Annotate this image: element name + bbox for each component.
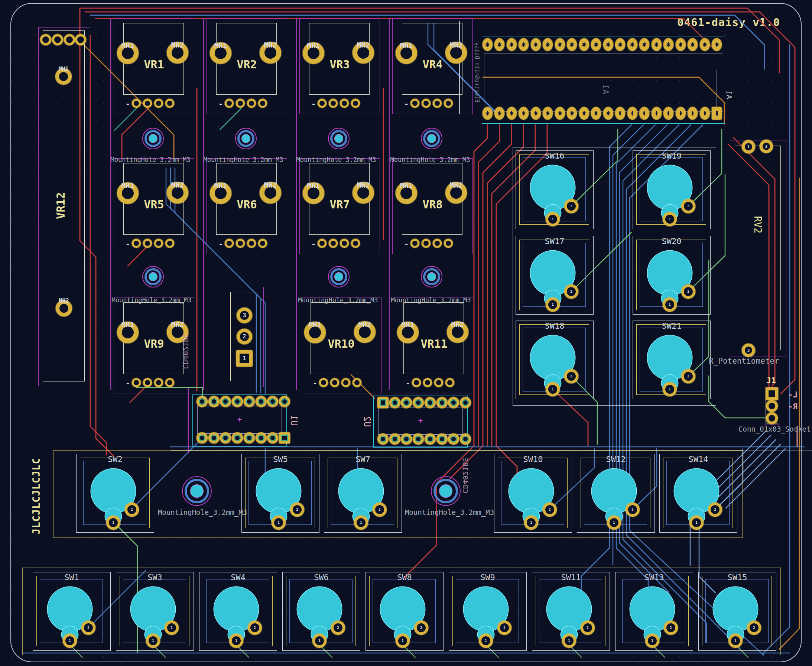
mounting-hole[interactable] — [421, 128, 442, 149]
pin-pad[interactable] — [165, 239, 174, 248]
footprint-vr4[interactable]: MH1MH2VR4- — [392, 18, 473, 114]
a1-pin-bottom[interactable]: 3 — [688, 107, 698, 120]
a1-pin-bottom[interactable]: 15 — [543, 107, 553, 120]
u1-socket-pin[interactable] — [196, 432, 208, 443]
u1-socket-pin[interactable] — [255, 396, 267, 407]
footprint-sw2[interactable]: 12SW2 — [76, 454, 154, 532]
footprint-sw4[interactable]: 12SW4 — [199, 572, 277, 651]
switch-pad-2[interactable]: 2 — [626, 503, 640, 517]
switch-pad-1[interactable]: 1 — [63, 634, 77, 648]
pin-pad[interactable] — [444, 99, 453, 108]
switch-pad-2[interactable]: 2 — [331, 621, 345, 635]
footprint-sw6[interactable]: 12SW6 — [282, 572, 360, 651]
pin-pad[interactable] — [154, 378, 163, 387]
footprint-sw15[interactable]: 12SW15 — [698, 572, 776, 651]
footprint-vr11[interactable]: MH1MH2VR11- — [394, 298, 474, 393]
pin-pad[interactable] — [433, 239, 441, 248]
pin-pad[interactable] — [143, 378, 152, 387]
u1-socket-pin[interactable] — [267, 432, 278, 443]
pin-pad[interactable] — [236, 99, 245, 108]
a1-pin-top[interactable]: 22 — [494, 38, 504, 51]
footprint-sw12[interactable]: 12SW12 — [577, 454, 655, 532]
a1-pin-top[interactable]: 34 — [639, 38, 649, 51]
a1-pin-bottom[interactable]: 13 — [567, 107, 577, 120]
switch-pad-1[interactable]: 1 — [229, 634, 243, 648]
mounting-hole[interactable] — [142, 266, 164, 287]
a1-pin-top[interactable]: 26 — [543, 38, 553, 51]
footprint-vr12[interactable]: MH1MH2VR12 — [38, 27, 90, 386]
footprint-vr1[interactable]: MH1MH2VR1- — [114, 18, 194, 114]
a1-pin-top[interactable]: 38 — [688, 38, 698, 51]
a1-pin-top[interactable]: 35 — [652, 38, 662, 51]
switch-pad-2[interactable]: 2 — [248, 621, 262, 635]
pin-pad[interactable] — [340, 239, 349, 248]
footprint-sw17[interactable]: 12SW17 — [516, 236, 594, 315]
pin-pad[interactable] — [422, 239, 430, 248]
footprint-sw18[interactable]: 12SW18 — [516, 321, 594, 399]
mounting-hole[interactable] — [421, 266, 442, 287]
u1-socket-pin[interactable] — [267, 396, 278, 407]
footprint-sw8[interactable]: 12SW8 — [366, 572, 443, 651]
a1-pin-bottom[interactable]: 16 — [531, 107, 541, 120]
pin-pad[interactable] — [64, 34, 75, 45]
switch-pad-2[interactable]: 2 — [372, 503, 387, 517]
switch-pad-2[interactable]: 2 — [81, 621, 96, 635]
u2-socket-pin[interactable] — [460, 397, 471, 408]
switch-pad-2[interactable]: 2 — [747, 621, 761, 635]
mounting-hole[interactable] — [431, 476, 461, 506]
a1-pin-bottom[interactable]: 1 — [712, 107, 722, 120]
switch-pad-2[interactable]: 2 — [414, 621, 428, 635]
switch-pad-2[interactable]: 2 — [708, 503, 722, 517]
footprint-sw19[interactable]: 12SW19 — [632, 150, 711, 229]
switch-pad-2[interactable]: 2 — [681, 285, 695, 298]
switch-pad-1[interactable]: 1 — [645, 634, 659, 648]
pin-pad[interactable] — [423, 378, 432, 387]
switch-pad-1[interactable]: 1 — [106, 516, 120, 530]
rv1-pad-3[interactable]: 3 — [237, 308, 252, 323]
switch-pad-2[interactable]: 2 — [581, 621, 595, 635]
switch-pad-2[interactable]: 2 — [564, 369, 578, 383]
switch-pad-1[interactable]: 1 — [689, 516, 703, 530]
switch-pad-1[interactable]: 1 — [479, 634, 493, 648]
u1-socket-pin[interactable] — [279, 396, 290, 407]
switch-pad-2[interactable]: 2 — [290, 503, 304, 517]
pin-pad[interactable] — [258, 239, 267, 248]
footprint-sw21[interactable]: 12SW21 — [632, 321, 711, 399]
pin-pad[interactable] — [329, 239, 338, 248]
pin-pad[interactable] — [40, 34, 51, 45]
j1-pad-1[interactable] — [766, 387, 778, 400]
footprint-vr6[interactable]: MH1MH2VR6- — [206, 158, 287, 254]
switch-pad-1[interactable]: 1 — [272, 516, 286, 530]
a1-pin-top[interactable]: 37 — [676, 38, 686, 51]
footprint-sw13[interactable]: 12SW13 — [615, 572, 693, 651]
rv1-pad-2[interactable]: 2 — [237, 329, 252, 345]
a1-pin-top[interactable]: 39 — [700, 38, 710, 51]
a1-pin-top[interactable]: 23 — [507, 38, 517, 51]
switch-pad-1[interactable]: 1 — [395, 634, 410, 648]
u2-socket-pin[interactable] — [436, 434, 448, 445]
pin-pad[interactable] — [143, 99, 152, 108]
u1-socket-pin[interactable] — [208, 432, 219, 443]
footprint-sw16[interactable]: 12SW16 — [516, 150, 594, 229]
pin-pad[interactable] — [247, 99, 256, 108]
switch-pad-2[interactable]: 2 — [681, 199, 695, 213]
switch-pad-2[interactable]: 2 — [497, 621, 512, 635]
a1-pin-bottom[interactable]: 17 — [519, 107, 529, 120]
a1-pin-bottom[interactable]: 8 — [628, 107, 637, 120]
switch-pad-2[interactable]: 2 — [664, 621, 678, 635]
footprint-sw9[interactable]: 12SW9 — [449, 572, 527, 651]
pin-pad[interactable] — [330, 378, 339, 387]
footprint-sw3[interactable]: 12SW3 — [116, 572, 194, 651]
switch-pad-1[interactable]: 1 — [728, 634, 743, 648]
u1-socket-pin[interactable] — [208, 396, 219, 407]
pin-pad[interactable] — [329, 99, 338, 108]
u2-socket-pin[interactable] — [425, 397, 436, 408]
a1-pin-bottom[interactable]: 6 — [652, 107, 662, 120]
a1-pin-bottom[interactable]: 12 — [579, 107, 589, 120]
a1-pin-bottom[interactable]: 4 — [676, 107, 686, 120]
footprint-vr7[interactable]: MH1MH2VR7- — [300, 158, 380, 254]
mounting-hole[interactable] — [235, 128, 257, 149]
u1-socket-pin[interactable] — [232, 432, 243, 443]
pin-pad[interactable] — [445, 378, 454, 387]
footprint-sw1[interactable]: 12SW1 — [33, 572, 111, 651]
